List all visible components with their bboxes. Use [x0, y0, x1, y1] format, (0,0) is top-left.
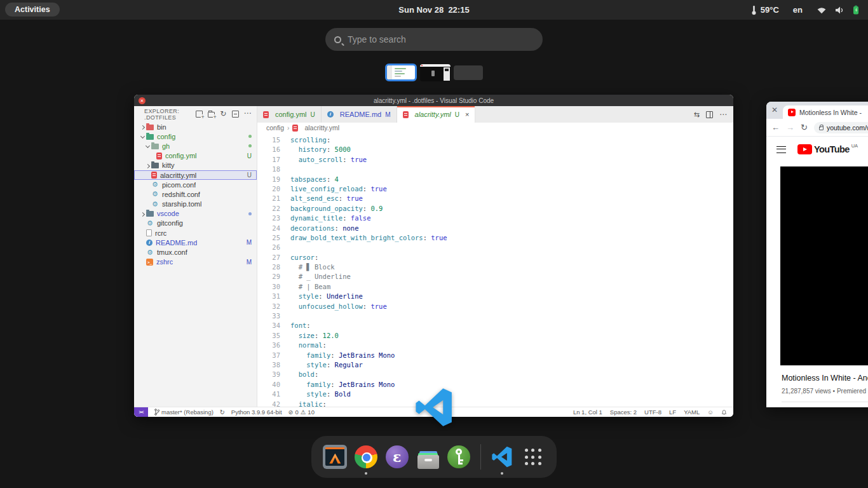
line-text: style: Regular [290, 360, 363, 370]
indentation-status[interactable]: Spaces: 2 [610, 409, 637, 416]
back-button[interactable]: ← [771, 123, 780, 132]
code-line: 38 style: Regular [257, 360, 733, 370]
code-line: 22background_opacity: 0.9 [257, 204, 733, 214]
dock-item-keepassxc[interactable] [447, 442, 471, 472]
folder-teal-icon [146, 134, 154, 140]
breadcrumb-folder[interactable]: config [266, 124, 284, 132]
file-icon [146, 229, 152, 236]
notifications-bell-icon[interactable] [721, 409, 727, 416]
editor-tab-README.md[interactable]: iREADME.mdM [322, 106, 397, 123]
tree-item-kitty[interactable]: kitty [134, 161, 257, 170]
window-close-button[interactable]: ✕ [771, 105, 778, 114]
new-file-icon[interactable] [196, 111, 203, 118]
code-line: 16 history: 5000 [257, 145, 733, 154]
tree-item-picom.conf[interactable]: ⚙picom.conf [134, 180, 257, 189]
line-number: 15 [257, 135, 280, 145]
tree-item-bin[interactable]: bin [134, 122, 257, 132]
code-line: 36 normal: [257, 341, 733, 350]
tree-item-gh[interactable]: gh [134, 141, 257, 151]
git-branch-status[interactable]: master* (Rebasing) [154, 409, 214, 416]
close-tab-icon[interactable]: × [465, 111, 469, 118]
code-line: 40 family: JetBrains Mono [257, 380, 733, 390]
tree-item-starship.toml[interactable]: ⚙starship.toml [134, 200, 257, 209]
window-title: alacritty.yml - .dotfiles - Visual Studi… [134, 97, 733, 104]
line-text: # | Beam [290, 282, 330, 292]
open-changes-icon[interactable]: ⇆ [694, 111, 700, 118]
overview-search[interactable] [325, 28, 543, 51]
problems-status[interactable]: ⊘0 ⚠10 [288, 409, 315, 416]
code-line: 24decorations: none [257, 224, 733, 233]
system-tray[interactable]: 59°C en [751, 0, 859, 20]
file-label: bin [157, 123, 166, 131]
tree-item-alacritty.yml[interactable]: alacritty.ymlU [134, 170, 257, 180]
code-line: 17 auto_scroll: true [257, 155, 733, 165]
reload-button[interactable]: ↻ [801, 123, 808, 132]
workspace-thumbnail-2[interactable] [420, 64, 451, 81]
vscode-app-icon-overlay[interactable] [414, 388, 454, 428]
dock-item-app-grid[interactable] [520, 442, 545, 472]
dock-item-alacritty[interactable] [323, 442, 348, 472]
eol-status[interactable]: LF [669, 409, 676, 416]
file-tree: binconfigghconfig.ymlUkittyalacritty.yml… [134, 122, 257, 267]
explorer-more-actions-icon[interactable]: ⋯ [244, 111, 252, 118]
line-number: 40 [257, 380, 280, 390]
menu-icon[interactable] [776, 146, 786, 153]
sync-button[interactable]: ↻ [220, 409, 225, 416]
lock-icon[interactable] [819, 126, 824, 130]
tree-item-redshift.conf[interactable]: ⚙redshift.conf [134, 189, 257, 199]
dock-item-emacs[interactable]: ε [384, 442, 409, 472]
vscode-window[interactable]: ✕ alacritty.yml - .dotfiles - Visual Stu… [134, 95, 733, 417]
row-decorations [248, 212, 252, 215]
search-input[interactable] [348, 34, 534, 44]
system-status-icons[interactable] [817, 5, 859, 15]
forward-button[interactable]: → [786, 123, 794, 132]
workspace-thumbnail-3-empty[interactable] [454, 65, 483, 80]
tree-item-gitconfig[interactable]: ⚙gitconfig [134, 219, 257, 228]
language-mode-status[interactable]: YAML [684, 409, 700, 416]
dock-item-chrome[interactable] [354, 442, 379, 472]
new-folder-icon[interactable] [208, 112, 215, 118]
encoding-status[interactable]: UTF-8 [644, 409, 661, 416]
tree-item-config[interactable]: config [134, 132, 257, 141]
remote-indicator[interactable]: >< [134, 407, 148, 417]
warning-icon: ⚠ [301, 409, 306, 416]
tree-item-rcrc[interactable]: rcrc [134, 228, 257, 238]
dock-item-vscode[interactable] [490, 442, 515, 472]
mini-line [395, 76, 401, 77]
browser-tab[interactable]: Motionless In White - [783, 105, 868, 119]
refresh-explorer-icon[interactable]: ↻ [220, 111, 226, 118]
split-editor-icon[interactable] [706, 111, 713, 118]
video-player[interactable] [780, 166, 868, 365]
dock-divider [480, 444, 481, 470]
tree-item-README.md[interactable]: iREADME.mdM [134, 238, 257, 247]
tree-item-tmux.conf[interactable]: ⚙tmux.conf [134, 247, 257, 257]
editor-more-actions-icon[interactable]: ⋯ [719, 112, 727, 117]
clock[interactable]: Sun Nov 28 22:15 [0, 5, 868, 15]
tree-item-zshrc[interactable]: >_zshrcM [134, 257, 257, 267]
vscode-titlebar[interactable]: ✕ alacritty.yml - .dotfiles - Visual Stu… [134, 95, 733, 106]
editor-tab-alacritty.yml[interactable]: alacritty.ymlU× [397, 106, 476, 123]
workspace-thumbnail-1-active[interactable] [385, 64, 417, 81]
breadcrumb-file[interactable]: alacritty.yml [304, 124, 339, 132]
cursor-position-status[interactable]: Ln 1, Col 1 [573, 409, 602, 416]
code-line: 41 style: Bold [257, 390, 733, 399]
file-label: README.md [156, 239, 197, 247]
code-line: 37 family: JetBrains Mono [257, 351, 733, 360]
keyboard-layout-indicator[interactable]: en [793, 5, 803, 15]
tree-item-config.yml[interactable]: config.ymlU [134, 151, 257, 161]
python-interpreter-status[interactable]: Python 3.9.9 64-bit [231, 409, 282, 416]
chrome-window[interactable]: ✕ Motionless In White - ← → ↻ youtube.co… [766, 102, 868, 407]
dock-item-files[interactable] [416, 442, 440, 472]
feedback-icon[interactable]: ☺ [707, 409, 714, 416]
youtube-logo[interactable]: YouTube UA [797, 144, 858, 154]
window-close-button[interactable]: ✕ [139, 97, 146, 104]
code-editor[interactable]: 15scrolling:16 history: 500017 auto_scro… [257, 133, 733, 407]
breadcrumb[interactable]: config › alacritty.yml [257, 123, 733, 133]
address-bar[interactable]: youtube.com/wa [814, 122, 868, 133]
tree-item-vscode[interactable]: vscode [134, 209, 257, 219]
git-status-badge: U [311, 111, 315, 118]
desktop-overview: Activities Sun Nov 28 22:15 59°C en [0, 0, 868, 488]
collapse-folders-icon[interactable] [232, 111, 239, 118]
editor-tab-config.yml[interactable]: config.ymlU [257, 106, 322, 123]
vscode-icon [490, 445, 514, 469]
